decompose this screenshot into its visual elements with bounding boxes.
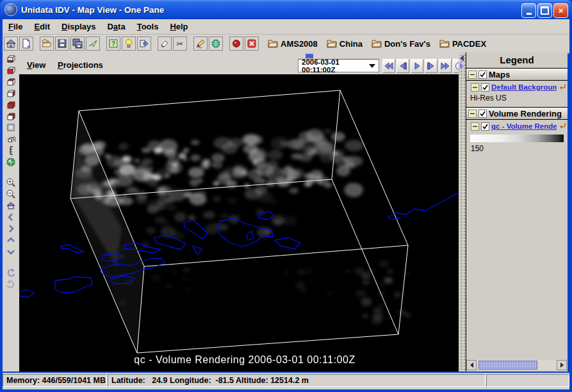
- legend-horizontal-scrollbar[interactable]: [466, 360, 568, 370]
- box-outline-icon: [6, 122, 16, 133]
- folder-icon: [372, 38, 382, 49]
- home-button[interactable]: [4, 37, 18, 51]
- qc-visibility-checkbox[interactable]: [481, 122, 489, 131]
- menu-edit[interactable]: Edit: [28, 20, 56, 33]
- collapse-box-icon[interactable]: [468, 110, 477, 118]
- collapse-box-icon[interactable]: [468, 70, 477, 79]
- close-button[interactable]: ×: [553, 3, 568, 18]
- help-icon: ?: [108, 38, 118, 49]
- save-button[interactable]: [55, 37, 69, 51]
- menu-data[interactable]: Data: [101, 20, 131, 33]
- globe-small-button[interactable]: [5, 156, 17, 168]
- svg-text:?: ?: [111, 40, 115, 47]
- rotate-cube-button[interactable]: [5, 133, 17, 145]
- maps-visibility-checkbox[interactable]: [478, 70, 487, 79]
- qc-volume-link[interactable]: qc - Volume Renderi...: [491, 122, 557, 130]
- box-outline-button[interactable]: [5, 122, 17, 133]
- home-view-button[interactable]: [5, 200, 17, 211]
- pan-right-button[interactable]: [5, 223, 17, 234]
- menu-projections[interactable]: Projections: [53, 59, 108, 71]
- collapse-box-icon[interactable]: [471, 122, 479, 131]
- record-button[interactable]: [229, 37, 243, 51]
- favorite-china[interactable]: China: [327, 38, 363, 49]
- cube-top-button[interactable]: [5, 76, 17, 87]
- globe-icon: [211, 38, 221, 49]
- favorite-label: Don's Fav's: [384, 39, 430, 49]
- favorite-pacdex[interactable]: PACDEX: [439, 38, 486, 49]
- step-last-icon: [440, 61, 450, 71]
- maximize-button[interactable]: [537, 3, 552, 18]
- title-bar[interactable]: Unidata IDV - Map View - One Pane: [0, 0, 572, 19]
- minimize-button[interactable]: [521, 3, 536, 18]
- edit-button[interactable]: [193, 37, 208, 51]
- new-document-button[interactable]: [19, 37, 33, 51]
- background-visibility-checkbox[interactable]: [481, 83, 489, 92]
- expand-right-icon[interactable]: [460, 63, 464, 69]
- open-folder-button[interactable]: [40, 37, 54, 51]
- undo-icon: [6, 267, 16, 277]
- zoom-out-button[interactable]: [5, 188, 17, 200]
- scroll-right-button[interactable]: [557, 360, 567, 370]
- legend-section-volume-rendering[interactable]: Volume Rendering: [466, 107, 568, 120]
- vertical-ruler-icon: [6, 145, 16, 156]
- message-status: [486, 374, 569, 387]
- splitter-handle[interactable]: [459, 53, 466, 372]
- menu-view[interactable]: View: [22, 59, 51, 71]
- collapse-box-icon[interactable]: [471, 83, 479, 92]
- volume-visibility-checkbox[interactable]: [478, 110, 487, 118]
- maps-sublabel: Hi-Res US: [466, 94, 568, 104]
- cut-icon: ✂: [175, 38, 185, 49]
- pan-left-button[interactable]: [5, 211, 17, 223]
- cube-right-icon: [6, 88, 16, 98]
- step-first-button[interactable]: [382, 59, 395, 73]
- tip-button[interactable]: [122, 37, 136, 51]
- menu-bar: FileEditDisplaysDataToolsHelp: [3, 19, 569, 35]
- scrollbar-thumb[interactable]: [478, 361, 537, 370]
- step-forward-button[interactable]: [425, 59, 437, 73]
- item-menu-arrow-icon[interactable]: [559, 83, 566, 90]
- legend-item-default-background: Default Background ...: [466, 81, 568, 94]
- stop-button[interactable]: [245, 37, 259, 51]
- globe-button[interactable]: [209, 37, 223, 51]
- cube-solid-button[interactable]: [5, 99, 17, 110]
- favorite-don-s-fav-s[interactable]: Don's Fav's: [372, 38, 430, 49]
- cube-bottom-button[interactable]: [5, 53, 17, 64]
- legend-section-maps[interactable]: Maps: [466, 69, 568, 81]
- pan-left-icon: [6, 212, 16, 222]
- item-menu-arrow-icon[interactable]: [559, 122, 566, 129]
- map-view-3d[interactable]: qc - Volume Rendering 2006-03-01 00:11:0…: [19, 74, 459, 372]
- menu-tools[interactable]: Tools: [131, 20, 165, 33]
- eraser-button[interactable]: [158, 37, 172, 51]
- play-button[interactable]: [411, 59, 423, 73]
- menu-file[interactable]: File: [3, 20, 28, 33]
- exit-icon: [139, 38, 149, 49]
- cube-front-button[interactable]: [5, 64, 17, 76]
- menu-displays[interactable]: Displays: [56, 20, 101, 33]
- collapse-left-icon[interactable]: [460, 55, 464, 61]
- cube-right-button[interactable]: [5, 87, 17, 99]
- menu-help[interactable]: Help: [164, 20, 193, 33]
- undo-button[interactable]: [5, 266, 17, 278]
- step-back-button[interactable]: [396, 59, 409, 73]
- pan-down-button[interactable]: [5, 246, 17, 257]
- zoom-in-button[interactable]: [5, 177, 17, 188]
- cut-button[interactable]: ✂: [173, 37, 187, 51]
- favorite-ams2008[interactable]: AMS2008: [268, 38, 318, 49]
- default-background-link[interactable]: Default Background ...: [491, 83, 557, 91]
- pan-up-button[interactable]: [5, 234, 17, 246]
- redo-button[interactable]: [5, 278, 17, 290]
- vertical-ruler-button[interactable]: [5, 145, 17, 156]
- favorite-label: PACDEX: [452, 39, 486, 49]
- pan-down-icon: [6, 247, 16, 257]
- help-button[interactable]: ?: [106, 37, 120, 51]
- exit-button[interactable]: [137, 37, 151, 51]
- send-button[interactable]: [86, 37, 100, 51]
- close-icon: ×: [559, 6, 564, 15]
- scroll-left-icon: [470, 363, 473, 368]
- save-as-button[interactable]: [70, 37, 85, 51]
- time-dropdown[interactable]: 2006-03-01 00:11:00Z: [298, 59, 379, 72]
- cube-back-button[interactable]: [5, 110, 17, 122]
- step-last-button[interactable]: [439, 59, 452, 73]
- colorbar[interactable]: [470, 135, 564, 142]
- scroll-left-button[interactable]: [466, 360, 477, 370]
